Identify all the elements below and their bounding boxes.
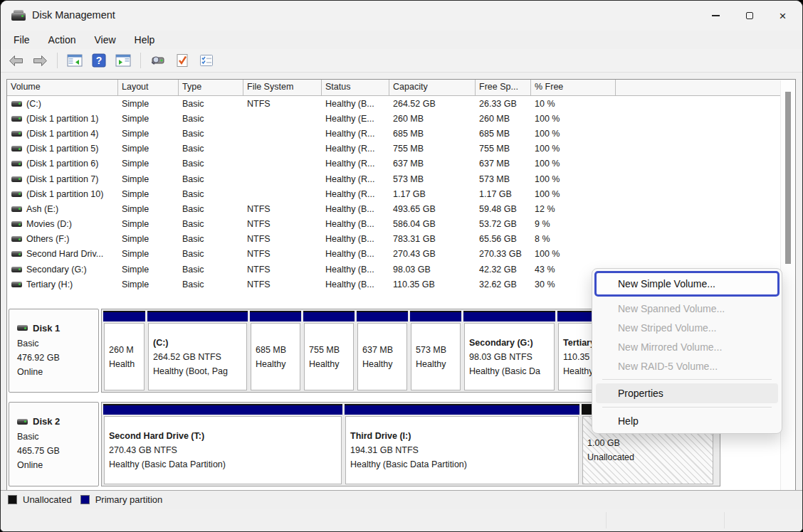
vertical-scrollbar[interactable]: [780, 80, 794, 490]
cell-status: Healthy (R...: [322, 189, 389, 199]
table-row[interactable]: (Disk 1 partition 1)SimpleBasicHealthy (…: [7, 111, 780, 126]
column-header-status[interactable]: Status: [322, 80, 389, 95]
cell-status: Healthy (B...: [322, 99, 389, 109]
cell-pct_free: 100 %: [531, 114, 616, 124]
column-header-file-system[interactable]: File System: [243, 80, 322, 95]
refresh-disk-button[interactable]: [149, 51, 167, 70]
help-button[interactable]: ?: [90, 51, 108, 70]
check-document-button[interactable]: [173, 51, 191, 70]
partition-color-band: [103, 404, 342, 415]
menu-item-new-simple-volume[interactable]: New Simple Volume...: [594, 271, 780, 297]
back-icon: [9, 55, 23, 67]
menu-item-properties[interactable]: Properties: [596, 383, 778, 403]
partition-text-line: 573 MB: [416, 343, 456, 357]
back-button[interactable]: [6, 51, 25, 70]
partition-third-drive-i[interactable]: Third Drive (I:)194.31 GB NTFSHealthy (B…: [345, 404, 579, 484]
cell-capacity: 98.03 GB: [389, 265, 476, 275]
close-icon: ×: [780, 10, 787, 22]
volume-label: Ash (E:): [26, 204, 58, 214]
table-row[interactable]: Others (F:)SimpleBasicNTFSHealthy (B...7…: [7, 232, 780, 247]
partition-573-mb[interactable]: 573 MBHealthy: [410, 311, 461, 390]
volume-label: (C:): [26, 99, 41, 109]
column-header-type[interactable]: Type: [179, 80, 243, 95]
partition-text-line: 270.43 GB NTFS: [109, 443, 337, 457]
disk-info-disk-2[interactable]: Disk 2Basic465.75 GBOnline: [9, 402, 99, 486]
partition-text-line: Unallocated: [587, 450, 708, 464]
volume-table-header: VolumeLayoutTypeFile SystemStatusCapacit…: [7, 80, 780, 96]
cell-free_space: 270.33 GB: [476, 249, 531, 259]
cell-type: Basic: [179, 280, 243, 289]
cell-capacity: 573 MB: [389, 174, 476, 184]
table-row[interactable]: (Disk 1 partition 4)SimpleBasicHealthy (…: [7, 126, 780, 141]
close-button[interactable]: ×: [766, 1, 799, 31]
partition-text-line: Second Hard Drive (T:): [109, 429, 337, 443]
table-row[interactable]: Second Hard Driv...SimpleBasicNTFSHealth…: [7, 247, 780, 262]
cell-free_space: 65.56 GB: [476, 234, 531, 244]
column-header-free-sp[interactable]: Free Sp...: [476, 80, 531, 95]
cell-volume: (Disk 1 partition 7): [7, 174, 118, 184]
scrollbar-thumb[interactable]: [785, 92, 791, 264]
partition-text-line: Healthy (Basic Da: [469, 364, 550, 378]
column-header-capacity[interactable]: Capacity: [389, 80, 476, 95]
maximize-button[interactable]: [733, 1, 766, 31]
toolbar: ?: [1, 49, 802, 73]
disk-status: Online: [17, 365, 98, 379]
partition-c[interactable]: (C:)264.52 GB NTFSHealthy (Boot, Pag: [147, 311, 248, 390]
menu-action[interactable]: Action: [41, 33, 83, 47]
task-list-button[interactable]: [197, 51, 216, 70]
partition-second-hard-drive-t[interactable]: Second Hard Drive (T:)270.43 GB NTFSHeal…: [103, 404, 342, 484]
menu-item-help[interactable]: Help: [594, 411, 780, 431]
partition-secondary-g[interactable]: Secondary (G:)98.03 GB NTFSHealthy (Basi…: [463, 311, 555, 390]
menu-item-new-mirrored-volume: New Mirrored Volume...: [594, 337, 780, 356]
table-row[interactable]: (C:)SimpleBasicNTFSHealthy (B...264.52 G…: [7, 96, 780, 111]
partition-685-mb[interactable]: 685 MBHealthy: [250, 311, 301, 390]
menu-file[interactable]: File: [6, 33, 37, 47]
partition-260-m[interactable]: 260 MHealth: [103, 311, 145, 390]
partition-color-band: [410, 311, 461, 321]
cell-file_system: NTFS: [243, 234, 322, 244]
cell-status: Healthy (B...: [322, 265, 389, 275]
table-row[interactable]: (Disk 1 partition 10)SimpleBasicHealthy …: [7, 186, 780, 201]
minimize-button[interactable]: [699, 1, 733, 31]
forward-button[interactable]: [31, 51, 49, 70]
cell-layout: Simple: [118, 265, 179, 275]
table-row[interactable]: (Disk 1 partition 6)SimpleBasicHealthy (…: [7, 156, 780, 171]
cell-free_space: 59.48 GB: [476, 204, 531, 214]
show-action-pane-button[interactable]: [114, 51, 132, 70]
task-list-icon: [199, 54, 214, 67]
volume-icon: [11, 146, 22, 151]
table-row[interactable]: Movies (D:)SimpleBasicNTFSHealthy (B...5…: [7, 217, 780, 232]
menu-bar: FileActionViewHelp: [6, 31, 162, 49]
partition-755-mb[interactable]: 755 MBHealthy: [303, 311, 355, 390]
cell-file_system: NTFS: [243, 280, 322, 289]
column-header-layout[interactable]: Layout: [118, 80, 179, 95]
volume-table: (C:)SimpleBasicNTFSHealthy (B...264.52 G…: [7, 96, 780, 292]
cell-type: Basic: [179, 234, 243, 244]
cell-layout: Simple: [118, 99, 179, 109]
cell-free_space: 1.17 GB: [476, 189, 531, 199]
menu-view[interactable]: View: [87, 33, 122, 47]
table-row[interactable]: Ash (E:)SimpleBasicNTFSHealthy (B...493.…: [7, 201, 780, 216]
cell-pct_free: 100 %: [531, 249, 616, 259]
show-console-tree-button[interactable]: [65, 51, 84, 70]
column-header-free[interactable]: % Free: [531, 80, 616, 95]
cell-layout: Simple: [118, 234, 179, 244]
table-row[interactable]: (Disk 1 partition 7)SimpleBasicHealthy (…: [7, 171, 780, 186]
volume-label: Secondary (G:): [26, 265, 87, 275]
cell-type: Basic: [179, 204, 243, 214]
volume-label: (Disk 1 partition 5): [26, 144, 98, 154]
menu-item-new-spanned-volume: New Spanned Volume...: [594, 299, 780, 318]
column-header-volume[interactable]: Volume: [7, 80, 118, 95]
partition-body: 637 MBHealthy: [357, 323, 407, 390]
table-row[interactable]: (Disk 1 partition 5)SimpleBasicHealthy (…: [7, 142, 780, 156]
menu-help[interactable]: Help: [127, 33, 162, 47]
partition-637-mb[interactable]: 637 MBHealthy: [357, 311, 408, 390]
disk-icon: [17, 419, 28, 425]
volume-icon: [11, 282, 22, 287]
partition-text-line: 98.03 GB NTFS: [469, 350, 550, 364]
volume-icon: [11, 191, 22, 197]
cell-capacity: 264.52 GB: [389, 99, 476, 109]
disk-info-disk-1[interactable]: Disk 1Basic476.92 GBOnline: [9, 309, 99, 393]
partition-text-line: Secondary (G:): [469, 336, 550, 350]
cell-free_space: 260 MB: [476, 114, 531, 124]
